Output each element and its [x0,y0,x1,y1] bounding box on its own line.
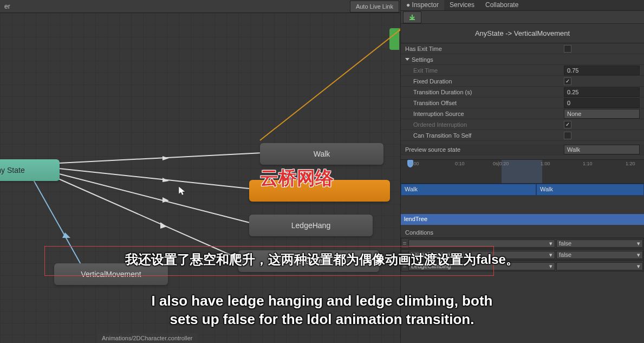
svg-marker-6 [162,197,169,203]
prop-settings-header[interactable]: Settings [401,54,644,65]
node-ledge-hang[interactable]: LedgeHang [249,215,373,236]
node-vertical-movement[interactable]: VerticalMovement [54,263,168,285]
prop-interruption-source: Interruption Source None [401,108,644,119]
prop-fixed-duration: Fixed Duration ✓ [401,76,644,87]
svg-line-1 [49,153,263,164]
has-exit-time-checkbox[interactable] [564,45,571,53]
transition-offset-field[interactable]: 0 [564,98,640,108]
timeline-src-blocks: Walk Walk [401,184,644,196]
tick-5: 1:20 [626,161,635,166]
inspector-panel: ● Inspector Services Collaborate AnyStat… [401,0,644,343]
tab-collaborate[interactable]: Collaborate [480,0,524,10]
tick-0: 0:00 [409,161,419,166]
condition-param-0[interactable]: ▾ [408,240,555,248]
node-ledge-climb[interactable]: LedgeClimb [238,250,379,272]
exit-time-field[interactable]: 0.75 [564,66,640,75]
tick-3: 1:00 [541,161,550,166]
node-selected-orange[interactable] [249,180,390,202]
svg-marker-4 [162,178,169,182]
svg-marker-10 [62,232,70,238]
prop-has-exit-time: Has Exit Time [401,43,644,54]
condition-param-1-val: LedgeHanging [411,251,450,258]
animator-panel: er Auto Live Link [0,0,401,343]
ordered-interruption-label: Ordered Interruption [405,121,564,128]
condition-param-2-val: LedgeClimbing [411,263,451,270]
chevron-down-icon [405,58,409,61]
has-exit-time-label: Has Exit Time [405,46,564,52]
can-transition-self-label: Can Transition To Self [405,132,564,139]
timeline-dest-block[interactable]: lendTree [401,214,644,225]
interruption-source-value: None [567,111,581,117]
preview-source-dropdown[interactable]: Walk [564,145,640,154]
prop-can-transition-self: Can Transition To Self [401,130,644,141]
svg-marker-8 [160,222,167,229]
transition-timeline: 0:00 0:10 0s|0:20 1:00 1:10 1:20 Walk Wa… [401,155,644,225]
entry-node-slice[interactable] [389,28,399,50]
transition-title: AnyState -> VerticalMovement [401,24,644,43]
settings-label: Settings [412,56,640,63]
save-icon[interactable] [403,11,421,23]
interruption-source-dropdown[interactable]: None [564,109,640,119]
condition-value-0-val: false [559,240,571,247]
prop-exit-time: Exit Time 0.75 [401,65,644,76]
asset-path: Animations/2DCharacter.controller [97,333,197,343]
prop-transition-offset: Transition Offset 0 [401,98,644,108]
condition-row-2: = LedgeClimbing▾ ▾ [401,261,644,271]
auto-live-link-button[interactable]: Auto Live Link [350,1,399,12]
can-transition-self-checkbox[interactable] [564,132,571,139]
timeline-ruler[interactable]: 0:00 0:10 0s|0:20 1:00 1:10 1:20 [401,159,644,184]
svg-line-7 [49,174,241,260]
drag-handle-icon[interactable]: = [401,240,408,247]
condition-value-2[interactable]: ▾ [556,262,643,270]
drag-handle-icon[interactable]: = [401,251,408,258]
condition-value-1[interactable]: false▾ [556,251,643,259]
timeline-block-walk2[interactable]: Walk [536,184,644,196]
node-any-state[interactable]: ny State [0,159,60,181]
transition-offset-label: Transition Offset [405,100,564,106]
inspector-tabs: ● Inspector Services Collaborate [401,0,644,11]
tick-4: 1:10 [583,161,593,166]
condition-value-1-val: false [559,251,571,258]
svg-line-9 [32,178,81,265]
condition-row-1: = LedgeHanging▾ false▾ [401,249,644,260]
transition-duration-label: Transition Duration (s) [405,89,564,95]
timeline-block-walk1[interactable]: Walk [401,184,536,196]
condition-param-2[interactable]: LedgeClimbing▾ [408,262,555,270]
tab-inspector[interactable]: ● Inspector [401,0,444,10]
svg-line-5 [49,171,252,223]
drag-handle-icon[interactable]: = [401,262,408,270]
layer-label: er [0,3,15,10]
exit-time-label: Exit Time [405,67,564,74]
prop-preview-source: Preview source state Walk [401,144,644,155]
condition-row-0: = ▾ false▾ [401,238,644,249]
conditions-label: Conditions [405,229,640,236]
ordered-interruption-checkbox[interactable]: ✓ [564,121,571,128]
tab-services[interactable]: Services [444,0,480,10]
toolbar-row [401,11,644,24]
transition-duration-field[interactable]: 0.25 [564,87,640,97]
fixed-duration-checkbox[interactable]: ✓ [564,77,571,85]
tab-inspector-label: Inspector [412,1,439,9]
animator-graph[interactable]: ny State Walk LedgeHang LedgeClimb Verti… [0,13,400,343]
svg-marker-2 [162,156,169,160]
interruption-source-label: Interruption Source [405,111,564,117]
animator-header: er Auto Live Link [0,0,400,13]
conditions-section: Conditions = ▾ false▾ = LedgeHanging▾ fa… [401,225,644,272]
svg-line-0 [260,29,400,140]
preview-source-value: Walk [567,146,580,153]
tick-2: 0s|0:20 [493,161,509,166]
cursor-icon [179,186,186,196]
condition-param-1[interactable]: LedgeHanging▾ [408,251,555,259]
transition-lines [0,13,400,343]
prop-ordered-interruption: Ordered Interruption ✓ [401,119,644,130]
svg-line-3 [49,167,255,189]
conditions-header: Conditions [401,227,644,238]
node-walk[interactable]: Walk [260,143,383,165]
condition-value-0[interactable]: false▾ [556,240,643,248]
preview-source-label: Preview source state [405,146,564,153]
tick-1: 0:10 [455,161,465,166]
fixed-duration-label: Fixed Duration [405,78,564,85]
prop-transition-duration: Transition Duration (s) 0.25 [401,87,644,98]
